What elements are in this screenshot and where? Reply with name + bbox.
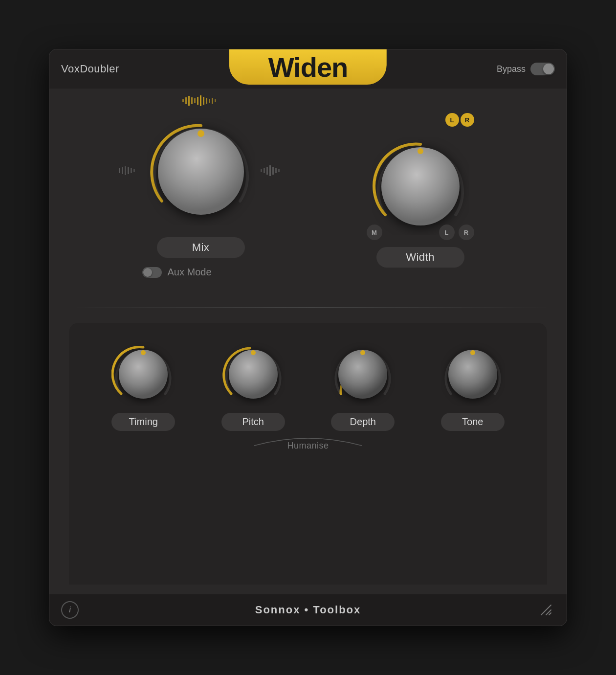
svg-rect-3 (191, 97, 193, 104)
svg-point-27 (381, 147, 460, 225)
footer: i Sonnox • Toolbox (49, 594, 567, 626)
aux-mode-area: Aux Mode (142, 267, 212, 278)
depth-label: Depth (331, 413, 395, 431)
waveform-top (181, 93, 220, 110)
mix-knob[interactable] (147, 118, 255, 225)
plugin-container: VoxDoubler Widen Bypass (49, 49, 567, 626)
svg-point-30 (141, 350, 146, 355)
svg-rect-22 (272, 167, 274, 175)
svg-point-29 (119, 350, 168, 399)
svg-rect-6 (200, 95, 201, 106)
aux-mode-label: Aux Mode (168, 267, 212, 278)
header: VoxDoubler Widen Bypass (49, 49, 567, 89)
top-knobs-area: Mix Aux Mode L R (69, 103, 547, 292)
svg-rect-10 (212, 98, 213, 104)
svg-point-36 (470, 350, 475, 355)
waveform-right (260, 158, 284, 185)
timing-knob[interactable] (111, 342, 175, 406)
width-label: Width (376, 247, 464, 268)
title-area: Widen (229, 49, 387, 85)
bypass-toggle[interactable] (530, 63, 555, 75)
plugin-title: Widen (268, 51, 348, 83)
width-knob-wrap: L R (367, 113, 474, 240)
humanise-arc (235, 436, 381, 450)
svg-point-26 (198, 130, 204, 137)
waveform-left (118, 158, 137, 185)
mix-label: Mix (157, 237, 245, 258)
svg-rect-21 (269, 165, 271, 176)
mix-knob-container: Mix Aux Mode (142, 113, 260, 278)
info-icon[interactable]: i (61, 601, 79, 619)
svg-rect-12 (119, 168, 120, 173)
svg-rect-19 (264, 168, 265, 173)
mlr-buttons: M L R (367, 225, 474, 240)
tone-knob-container: Tone (441, 342, 505, 431)
svg-rect-14 (125, 166, 126, 175)
pitch-knob[interactable] (221, 342, 285, 406)
svg-rect-5 (197, 97, 198, 105)
section-divider (69, 307, 547, 308)
bypass-area: Bypass (497, 63, 555, 75)
depth-knob[interactable] (331, 342, 395, 406)
svg-rect-9 (209, 99, 210, 103)
svg-point-35 (448, 350, 497, 399)
svg-rect-2 (188, 96, 190, 106)
svg-rect-7 (203, 97, 204, 105)
resize-icon[interactable] (537, 601, 555, 619)
svg-rect-13 (122, 167, 123, 174)
svg-rect-8 (206, 98, 207, 104)
timing-knob-container: Timing (111, 342, 175, 431)
m-button[interactable]: M (367, 225, 382, 240)
tone-label: Tone (441, 413, 505, 431)
svg-point-34 (360, 350, 365, 355)
svg-rect-16 (131, 168, 132, 173)
svg-point-31 (229, 350, 278, 399)
svg-rect-0 (182, 99, 184, 102)
aux-mode-toggle[interactable] (142, 267, 162, 278)
r-badge: R (461, 113, 474, 127)
svg-point-28 (418, 148, 423, 154)
svg-rect-24 (278, 169, 280, 172)
svg-rect-18 (261, 169, 262, 172)
svg-rect-20 (266, 167, 268, 175)
svg-rect-1 (185, 97, 187, 104)
svg-rect-23 (275, 168, 277, 173)
main-section: Mix Aux Mode L R (49, 89, 567, 594)
l-button[interactable]: L (439, 225, 455, 240)
tone-knob[interactable] (441, 342, 505, 406)
mix-knob-wrap (142, 113, 260, 230)
width-knob[interactable] (372, 137, 469, 235)
l-badge: L (445, 113, 459, 127)
timing-label: Timing (111, 413, 175, 431)
depth-knob-container: Depth (331, 342, 395, 431)
humanise-area: Humanise (88, 441, 528, 451)
svg-rect-17 (133, 169, 135, 172)
svg-point-32 (251, 350, 256, 355)
svg-point-25 (158, 129, 244, 215)
lr-badge-area: L R (445, 113, 474, 127)
svg-point-33 (338, 350, 387, 399)
footer-brand: Sonnox • Toolbox (255, 604, 361, 616)
svg-rect-11 (215, 99, 216, 102)
r-button[interactable]: R (459, 225, 474, 240)
svg-rect-15 (128, 167, 129, 174)
bottom-section: Timing (69, 323, 547, 585)
svg-rect-4 (194, 98, 196, 103)
pitch-label: Pitch (221, 413, 285, 431)
bypass-label: Bypass (497, 64, 526, 74)
pitch-knob-container: Pitch (221, 342, 285, 431)
brand-label: VoxDoubler (61, 63, 119, 75)
bottom-knobs-row: Timing (88, 342, 528, 431)
width-knob-container: L R (367, 113, 474, 268)
